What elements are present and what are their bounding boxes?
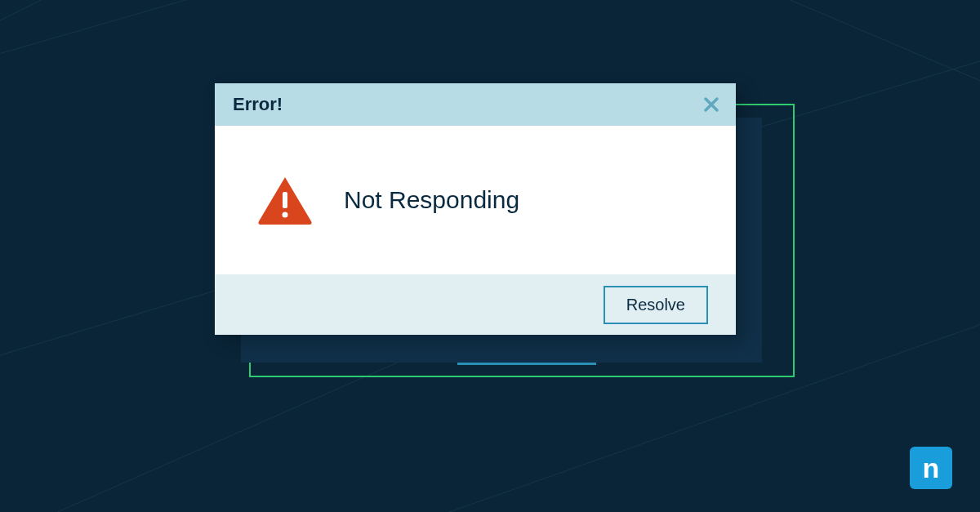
brand-letter: n [923, 452, 940, 484]
resolve-button[interactable]: Resolve [604, 286, 708, 324]
svg-line-0 [0, 0, 327, 65]
svg-line-4 [694, 0, 980, 98]
error-dialog: Error! Not Responding Resolve [215, 83, 736, 335]
dialog-footer: Resolve [215, 274, 736, 335]
dialog-message: Not Responding [344, 186, 519, 214]
close-button[interactable] [702, 95, 721, 114]
close-icon [703, 96, 719, 113]
svg-rect-6 [283, 192, 287, 208]
svg-line-5 [0, 0, 122, 41]
brand-badge: n [910, 447, 952, 489]
warning-icon [257, 176, 313, 225]
dialog-title: Error! [233, 94, 283, 115]
dialog-body: Not Responding [215, 126, 736, 274]
accent-underline [457, 363, 596, 365]
svg-point-7 [283, 212, 288, 218]
dialog-titlebar: Error! [215, 83, 736, 126]
